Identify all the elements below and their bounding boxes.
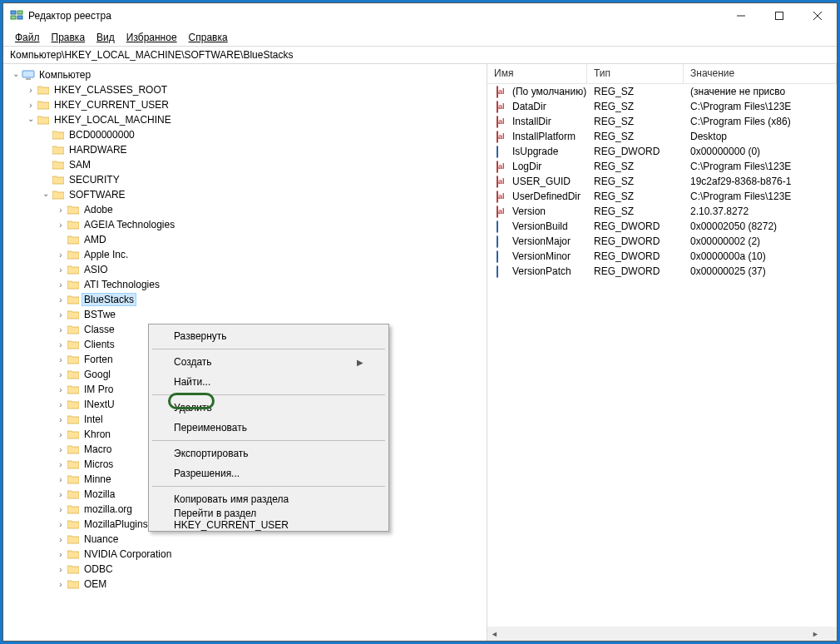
close-button[interactable] bbox=[798, 3, 837, 28]
folder-icon bbox=[67, 429, 80, 440]
tree-item[interactable]: ›BSTwe bbox=[7, 307, 487, 322]
tree-item[interactable]: ›OEM bbox=[7, 577, 487, 592]
context-menu-item[interactable]: Развернуть bbox=[151, 326, 387, 346]
tree-item[interactable]: ›SAM bbox=[7, 157, 487, 172]
tree-item-label: mozilla.org bbox=[82, 503, 134, 515]
tree-item-label: Adobe bbox=[82, 204, 115, 215]
tree-item[interactable]: ›SECURITY bbox=[7, 172, 487, 187]
value-row[interactable]: VersionBuildREG_DWORD0x00002050 (8272) bbox=[487, 219, 837, 234]
expand-icon[interactable]: › bbox=[55, 548, 67, 560]
expand-icon[interactable]: › bbox=[55, 219, 67, 230]
context-menu-item[interactable]: Создать▶ bbox=[151, 352, 387, 372]
value-row[interactable]: InstallPlatformREG_SZDesktop bbox=[487, 129, 837, 144]
tree-item[interactable]: ›HKEY_CURRENT_USER bbox=[7, 97, 487, 112]
expand-icon[interactable]: › bbox=[55, 354, 67, 365]
expand-icon[interactable]: › bbox=[55, 429, 67, 440]
column-type[interactable]: Тип bbox=[587, 64, 684, 83]
expand-icon[interactable]: › bbox=[55, 249, 67, 260]
menu-favorites[interactable]: Избранное bbox=[121, 30, 182, 45]
context-menu-item[interactable]: Найти... bbox=[151, 372, 387, 392]
tree-item[interactable]: ⌄Компьютер bbox=[7, 67, 487, 82]
tree-item[interactable]: ›BCD00000000 bbox=[7, 127, 487, 142]
menu-view[interactable]: Вид bbox=[91, 30, 120, 45]
column-name[interactable]: Имя bbox=[487, 64, 587, 83]
menu-edit[interactable]: Правка bbox=[47, 30, 91, 45]
expand-icon[interactable]: › bbox=[55, 563, 67, 575]
tree-item[interactable]: ›Adobe bbox=[7, 202, 487, 217]
tree-item[interactable]: ⌄HKEY_LOCAL_MACHINE bbox=[7, 112, 487, 127]
expand-icon[interactable]: › bbox=[55, 294, 67, 305]
tree-item[interactable]: ›ASIO bbox=[7, 262, 487, 277]
expand-icon[interactable]: › bbox=[55, 384, 67, 395]
value-row[interactable]: IsUpgradeREG_DWORD0x00000000 (0) bbox=[487, 144, 837, 159]
tree-item[interactable]: ›Apple Inc. bbox=[7, 247, 487, 262]
collapse-icon[interactable]: ⌄ bbox=[10, 67, 22, 79]
collapse-icon[interactable]: ⌄ bbox=[25, 112, 37, 124]
expand-icon[interactable]: › bbox=[55, 578, 67, 590]
expand-icon[interactable]: › bbox=[55, 264, 67, 275]
value-row[interactable]: DataDirREG_SZC:\Program Files\123E bbox=[487, 99, 837, 114]
horizontal-scrollbar[interactable]: ◄ ► bbox=[487, 627, 823, 641]
expand-icon[interactable]: › bbox=[55, 473, 67, 485]
tree-item[interactable]: ›ODBC bbox=[7, 562, 487, 577]
tree-item[interactable]: ›ATI Technologies bbox=[7, 277, 487, 292]
menu-help[interactable]: Справка bbox=[184, 30, 233, 45]
collapse-icon[interactable]: ⌄ bbox=[40, 187, 52, 199]
tree-item[interactable]: ›AMD bbox=[7, 232, 487, 247]
expand-icon[interactable]: › bbox=[55, 309, 67, 320]
tree-item[interactable]: ⌄SOFTWARE bbox=[7, 187, 487, 202]
tree-item-label: NVIDIA Corporation bbox=[82, 548, 173, 560]
path-bar[interactable]: Компьютер\HKEY_LOCAL_MACHINE\SOFTWARE\Bl… bbox=[3, 46, 837, 64]
value-row[interactable]: VersionREG_SZ2.10.37.8272 bbox=[487, 204, 837, 219]
expand-icon[interactable]: › bbox=[55, 488, 67, 500]
expand-icon[interactable]: › bbox=[55, 279, 67, 290]
value-row[interactable]: VersionPatchREG_DWORD0x00000025 (37) bbox=[487, 264, 837, 279]
scroll-right-arrow[interactable]: ► bbox=[808, 627, 823, 641]
tree-item[interactable]: ›AGEIA Technologies bbox=[7, 217, 487, 232]
expand-icon[interactable]: › bbox=[55, 533, 67, 545]
expand-icon[interactable]: › bbox=[55, 503, 67, 515]
expand-icon[interactable]: › bbox=[25, 84, 37, 96]
expand-icon[interactable]: › bbox=[55, 369, 67, 380]
tree-item[interactable]: ›Nuance bbox=[7, 532, 487, 547]
expand-icon[interactable]: › bbox=[55, 204, 67, 215]
value-row[interactable]: (По умолчанию)REG_SZ(значение не присво bbox=[487, 84, 837, 99]
expand-icon[interactable]: › bbox=[55, 414, 67, 425]
value-row[interactable]: LogDirREG_SZC:\Program Files\123E bbox=[487, 159, 837, 174]
value-row[interactable]: VersionMinorREG_DWORD0x0000000a (10) bbox=[487, 249, 837, 264]
expand-icon[interactable]: › bbox=[55, 399, 67, 410]
expand-icon[interactable]: › bbox=[55, 324, 67, 335]
value-data: 0x0000000a (10) bbox=[684, 250, 837, 262]
tree-item-label: Googl bbox=[82, 369, 112, 380]
scroll-left-arrow[interactable]: ◄ bbox=[487, 627, 502, 641]
menu-file[interactable]: Файл bbox=[10, 30, 45, 45]
expand-icon[interactable]: › bbox=[25, 99, 37, 111]
value-row[interactable]: InstallDirREG_SZC:\Program Files (x86) bbox=[487, 114, 837, 129]
tree-item[interactable]: ›NVIDIA Corporation bbox=[7, 547, 487, 562]
expand-icon[interactable]: › bbox=[55, 443, 67, 455]
context-menu-item[interactable]: Копировать имя раздела bbox=[151, 489, 387, 509]
tree-item-label: BSTwe bbox=[82, 309, 117, 320]
context-menu-item[interactable]: Перейти в раздел HKEY_CURRENT_USER bbox=[151, 509, 387, 529]
minimize-button[interactable] bbox=[722, 3, 760, 28]
expand-icon[interactable]: › bbox=[55, 339, 67, 350]
context-menu-item[interactable]: Удалить bbox=[151, 398, 387, 418]
context-menu-item[interactable]: Переименовать bbox=[151, 418, 387, 438]
expand-icon[interactable]: › bbox=[55, 458, 67, 470]
maximize-button[interactable] bbox=[760, 3, 798, 28]
folder-icon bbox=[52, 174, 65, 186]
value-row[interactable]: VersionMajorREG_DWORD0x00000002 (2) bbox=[487, 234, 837, 249]
value-row[interactable]: USER_GUIDREG_SZ19c2af29-8368-b876-1 bbox=[487, 174, 837, 189]
column-value[interactable]: Значение bbox=[684, 64, 837, 83]
tree-item[interactable]: ›HKEY_CLASSES_ROOT bbox=[7, 82, 487, 97]
value-data: Desktop bbox=[684, 131, 837, 142]
value-type: REG_SZ bbox=[587, 86, 684, 97]
value-list[interactable]: (По умолчанию)REG_SZ(значение не присвоD… bbox=[487, 84, 837, 641]
string-value-icon bbox=[491, 175, 504, 188]
expand-icon[interactable]: › bbox=[55, 518, 67, 530]
context-menu-item[interactable]: Экспортировать bbox=[151, 443, 387, 463]
tree-item[interactable]: ›BlueStacks bbox=[7, 292, 487, 307]
value-row[interactable]: UserDefinedDirREG_SZC:\Program Files\123… bbox=[487, 189, 837, 204]
context-menu-item[interactable]: Разрешения... bbox=[151, 463, 387, 483]
tree-item[interactable]: ›HARDWARE bbox=[7, 142, 487, 157]
